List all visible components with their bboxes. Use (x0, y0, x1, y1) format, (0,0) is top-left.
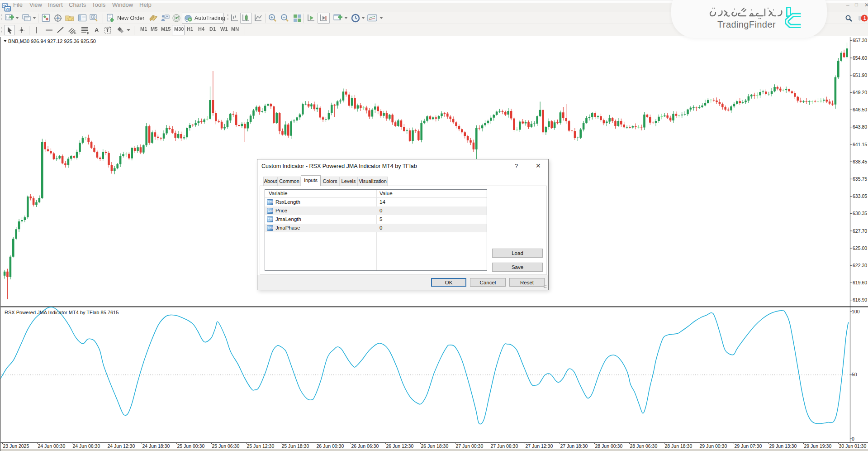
svg-text:28 Jun 06:30: 28 Jun 06:30 (630, 443, 658, 449)
svg-text:26 Jun 18:30: 26 Jun 18:30 (421, 443, 449, 449)
svg-text:28 Jun 18:30: 28 Jun 18:30 (665, 443, 693, 449)
svg-text:25 Jun 18:30: 25 Jun 18:30 (282, 443, 309, 449)
svg-text:646.50: 646.50 (853, 107, 867, 112)
svg-text:26 Jun 00:30: 26 Jun 00:30 (317, 443, 344, 449)
svg-text:619.60: 619.60 (853, 280, 867, 285)
svg-text:1: 1 (863, 15, 866, 21)
svg-text:E: E (74, 31, 76, 34)
svg-text:630.35: 630.35 (853, 211, 867, 216)
svg-text:100: 100 (852, 309, 860, 314)
svg-text:T: T (106, 28, 109, 33)
svg-text:633.05: 633.05 (853, 193, 867, 199)
svg-text:27 Jun 12:30: 27 Jun 12:30 (526, 443, 553, 449)
svg-text:50: 50 (852, 372, 857, 377)
svg-text:627.70: 627.70 (853, 228, 867, 234)
svg-text:654.60: 654.60 (853, 55, 867, 61)
svg-text:0: 0 (852, 436, 854, 441)
svg-text:29 Jun 19:30: 29 Jun 19:30 (804, 443, 832, 449)
svg-text:BNB,M30 926.94 927.12 925.36: BNB,M30 926.94 927.12 925.36 925.50 (8, 38, 96, 44)
svg-text:635.75: 635.75 (853, 176, 867, 182)
svg-text:24 Jun 12:30: 24 Jun 12:30 (108, 443, 135, 449)
svg-text:616.90: 616.90 (853, 297, 867, 302)
svg-text:F: F (87, 32, 89, 35)
svg-text:26 Jun 12:30: 26 Jun 12:30 (386, 443, 414, 449)
svg-text:23 Jun 2025: 23 Jun 2025 (3, 443, 29, 449)
svg-text:643.80: 643.80 (853, 124, 867, 130)
svg-text:24 Jun 18:30: 24 Jun 18:30 (142, 443, 170, 449)
svg-text:24 Jun 06:30: 24 Jun 06:30 (73, 443, 100, 449)
svg-text:24 Jun 00:30: 24 Jun 00:30 (38, 443, 66, 449)
svg-text:25 Jun 06:30: 25 Jun 06:30 (212, 443, 240, 449)
svg-text:649.20: 649.20 (853, 90, 867, 95)
svg-text:625.00: 625.00 (853, 245, 867, 251)
svg-text:641.15: 641.15 (853, 142, 867, 147)
svg-text:27 Jun 06:30: 27 Jun 06:30 (491, 443, 518, 449)
svg-text:26 Jun 06:30: 26 Jun 06:30 (351, 443, 379, 449)
svg-text:RSX Powered JMA Indicator MT4: RSX Powered JMA Indicator MT4 by TFlab 8… (5, 310, 119, 315)
svg-text:25 Jun 12:30: 25 Jun 12:30 (247, 443, 275, 449)
svg-text:622.30: 622.30 (853, 263, 867, 268)
svg-text:25 Jun 00:30: 25 Jun 00:30 (177, 443, 205, 449)
svg-text:30 Jun 01:30: 30 Jun 01:30 (839, 443, 867, 449)
svg-text:29 Jun 13:30: 29 Jun 13:30 (769, 443, 797, 449)
svg-text:28 Jun 00:30: 28 Jun 00:30 (595, 443, 623, 449)
svg-text:657.30: 657.30 (853, 38, 867, 43)
svg-text:638.45: 638.45 (853, 159, 867, 164)
svg-text:651.90: 651.90 (853, 72, 867, 78)
svg-text:29 Jun 07:30: 29 Jun 07:30 (735, 443, 762, 449)
svg-text:27 Jun 18:30: 27 Jun 18:30 (560, 443, 588, 449)
svg-text:27 Jun 00:30: 27 Jun 00:30 (456, 443, 484, 449)
svg-text:29 Jun 00:30: 29 Jun 00:30 (700, 443, 727, 449)
